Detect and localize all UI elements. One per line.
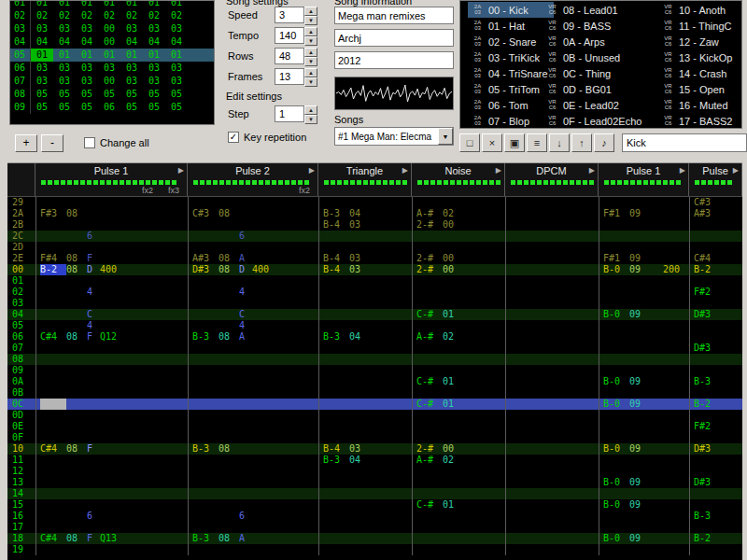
- pattern-cell[interactable]: [603, 432, 629, 443]
- frame-row[interactable]: 0805050505050505: [10, 88, 214, 101]
- pattern-cell[interactable]: [100, 511, 128, 522]
- channel-expand-arrow-icon[interactable]: ▶: [309, 166, 315, 175]
- pattern-cell[interactable]: [87, 208, 100, 219]
- pattern-cell[interactable]: [510, 219, 536, 231]
- pattern-cell[interactable]: [557, 522, 570, 533]
- pattern-cell[interactable]: [536, 287, 557, 298]
- pattern-cell[interactable]: [100, 488, 128, 499]
- pattern-cell[interactable]: [370, 522, 383, 533]
- pattern-cell[interactable]: [570, 511, 594, 522]
- pattern-cell[interactable]: [650, 365, 663, 376]
- frame-pattern-value[interactable]: 03: [31, 62, 53, 75]
- pattern-cell[interactable]: [252, 253, 282, 264]
- pattern-cell[interactable]: [557, 231, 570, 242]
- pattern-cell[interactable]: [476, 499, 500, 511]
- pattern-row[interactable]: 2BB-4032-#00: [7, 219, 742, 231]
- pattern-cell[interactable]: [370, 511, 383, 522]
- instrument-item[interactable]: 2A0307 - Blop: [468, 113, 554, 129]
- pattern-cell[interactable]: [192, 466, 218, 477]
- pattern-cell[interactable]: [66, 231, 87, 242]
- pattern-cell[interactable]: [100, 365, 128, 376]
- pattern-cell[interactable]: 08: [66, 208, 87, 219]
- pattern-cell[interactable]: [218, 365, 239, 376]
- pattern-cell[interactable]: [349, 343, 370, 354]
- pattern-cell[interactable]: 200: [663, 264, 687, 275]
- pattern-cell[interactable]: C#4: [40, 443, 66, 455]
- frame-pattern-value[interactable]: 03: [120, 22, 143, 35]
- pattern-cell[interactable]: [192, 275, 218, 287]
- pattern-cell[interactable]: [252, 432, 282, 443]
- pattern-cell[interactable]: [349, 488, 370, 499]
- pattern-cell[interactable]: [40, 499, 66, 511]
- pattern-cell[interactable]: [282, 544, 310, 555]
- pattern-cell[interactable]: [100, 231, 128, 242]
- instrument-item[interactable]: VRC60F - Lead02Echo: [543, 113, 647, 129]
- pattern-cell[interactable]: [383, 522, 407, 533]
- pattern-row[interactable]: 0544: [7, 320, 742, 331]
- pattern-cell[interactable]: [603, 320, 629, 331]
- pattern-cell[interactable]: [720, 208, 740, 219]
- pattern-cell[interactable]: [128, 231, 154, 242]
- pattern-cell[interactable]: [128, 410, 154, 421]
- pattern-cell[interactable]: [370, 544, 383, 555]
- pattern-cell[interactable]: [349, 298, 370, 309]
- pattern-cell[interactable]: [536, 219, 557, 231]
- pattern-cell[interactable]: 4: [87, 320, 100, 331]
- pattern-cell[interactable]: [100, 399, 128, 410]
- pattern-cell[interactable]: [510, 264, 536, 275]
- pattern-cell[interactable]: [66, 466, 87, 477]
- pattern-cell[interactable]: [218, 309, 239, 320]
- pattern-cell[interactable]: [463, 421, 476, 432]
- frame-pattern-value[interactable]: 03: [53, 62, 76, 75]
- pattern-cell[interactable]: [650, 488, 663, 499]
- frame-pattern-value[interactable]: 01: [76, 0, 98, 9]
- pattern-row[interactable]: 00B-208D400D#308D400B-4032-#00B-009200B-…: [7, 264, 742, 275]
- pattern-cell[interactable]: [239, 488, 252, 499]
- frame-pattern-value[interactable]: 02: [31, 9, 53, 22]
- pattern-cell[interactable]: [323, 511, 349, 522]
- pattern-cell[interactable]: [383, 432, 407, 443]
- chevron-down-icon[interactable]: ▼: [438, 128, 453, 145]
- pattern-cell[interactable]: [510, 298, 536, 309]
- pattern-cell[interactable]: [663, 331, 687, 343]
- pattern-cell[interactable]: [383, 354, 407, 365]
- pattern-cell[interactable]: [239, 242, 252, 253]
- pattern-cell[interactable]: [510, 477, 536, 488]
- pattern-cell[interactable]: [720, 533, 740, 544]
- pattern-cell[interactable]: [370, 399, 383, 410]
- pattern-cell[interactable]: [663, 309, 687, 320]
- pattern-cell[interactable]: [557, 208, 570, 219]
- edit-instrument-button[interactable]: ♪: [594, 133, 614, 152]
- pattern-cell[interactable]: [100, 275, 128, 287]
- pattern-cell[interactable]: [510, 320, 536, 331]
- pattern-cell[interactable]: [370, 320, 383, 331]
- pattern-cell[interactable]: [383, 331, 407, 343]
- pattern-cell[interactable]: 08: [66, 443, 87, 455]
- pattern-cell[interactable]: [476, 354, 500, 365]
- pattern-cell[interactable]: 08: [218, 443, 239, 455]
- frame-pattern-value[interactable]: 00: [98, 75, 120, 88]
- pattern-cell[interactable]: A#3: [694, 208, 720, 219]
- pattern-cell[interactable]: [370, 466, 383, 477]
- pattern-cell[interactable]: [720, 455, 740, 466]
- frames-input[interactable]: 13: [275, 68, 304, 85]
- pattern-cell[interactable]: [282, 231, 310, 242]
- pattern-cell[interactable]: A-#: [416, 331, 443, 343]
- speed-down-button[interactable]: ▼: [304, 16, 317, 25]
- pattern-cell[interactable]: [323, 533, 349, 544]
- pattern-cell[interactable]: [510, 399, 536, 410]
- instrument-item[interactable]: VRC613 - KickOp: [658, 49, 738, 65]
- pattern-cell[interactable]: [370, 421, 383, 432]
- pattern-cell[interactable]: [100, 376, 128, 387]
- pattern-cell[interactable]: 01: [443, 499, 463, 511]
- pattern-cell[interactable]: [476, 488, 500, 499]
- pattern-cell[interactable]: [663, 208, 687, 219]
- frame-pattern-value[interactable]: 05: [143, 88, 165, 101]
- pattern-cell[interactable]: [463, 309, 476, 320]
- instrument-item[interactable]: 2A0305 - TriTom: [468, 81, 554, 97]
- pattern-cell[interactable]: [536, 499, 557, 511]
- pattern-cell[interactable]: [66, 197, 87, 208]
- pattern-cell[interactable]: [66, 477, 87, 488]
- pattern-cell[interactable]: [536, 275, 557, 287]
- pattern-cell[interactable]: [694, 231, 720, 242]
